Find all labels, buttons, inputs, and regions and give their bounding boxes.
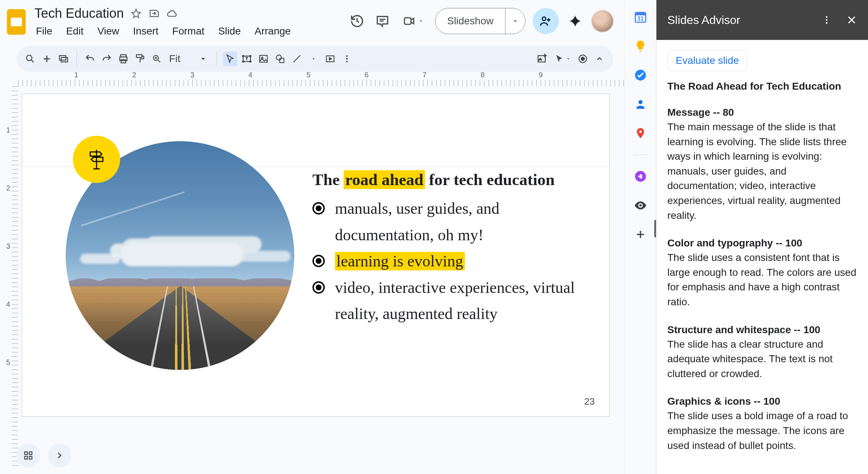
ruler-tick: 2 (6, 184, 10, 192)
ruler-vertical: 1 2 3 4 5 (0, 72, 18, 474)
svg-point-22 (346, 55, 348, 57)
separator (77, 52, 77, 66)
redo-icon[interactable] (99, 52, 114, 66)
svg-point-36 (638, 100, 642, 104)
zoom-select[interactable]: Fit (166, 53, 211, 65)
signpost-icon[interactable] (73, 136, 120, 183)
ruler-tick: 9 (539, 72, 542, 79)
svg-text:31: 31 (637, 16, 644, 22)
menu-insert[interactable]: Insert (132, 24, 160, 38)
toolbar: Fit (16, 46, 613, 72)
svg-point-27 (581, 57, 584, 60)
line-icon[interactable] (290, 52, 304, 66)
slides-advisor-icon[interactable] (633, 198, 648, 213)
evaluate-button[interactable]: Evaluate slide (667, 50, 747, 71)
titlebar: Tech Education File Edit View Insert For… (0, 0, 624, 44)
advisor-section: Graphics & icons -- 100The slide uses a … (667, 396, 857, 453)
star-icon[interactable] (130, 8, 142, 19)
canvas[interactable]: The road ahead for tech education manual… (18, 86, 624, 474)
bullet-icon (312, 202, 325, 214)
calendar-icon[interactable]: 31 (633, 9, 648, 25)
maps-icon[interactable] (633, 126, 648, 141)
pointer-icon[interactable] (552, 52, 573, 66)
svg-point-15 (242, 61, 244, 62)
zoom-icon[interactable] (150, 52, 164, 66)
menu-arrange[interactable]: Arrange (253, 24, 292, 38)
more-vert-icon[interactable] (822, 15, 832, 25)
svg-rect-20 (280, 58, 284, 63)
slides-logo[interactable] (4, 5, 29, 38)
contacts-icon[interactable] (633, 97, 648, 112)
slideshow-main[interactable]: Slideshow (435, 8, 505, 34)
new-slide-icon[interactable] (40, 52, 54, 66)
video-icon[interactable] (323, 52, 337, 66)
layout-icon[interactable] (56, 52, 71, 66)
slide-text-box[interactable]: The road ahead for tech education manual… (312, 170, 595, 327)
record-icon[interactable] (576, 52, 590, 66)
advisor-panel: Slides Advisor Evaluate slide The Road A… (656, 0, 868, 474)
doc-title[interactable]: Tech Education (34, 6, 124, 21)
slide-title[interactable]: The road ahead for tech education (312, 170, 595, 189)
menu-file[interactable]: File (34, 24, 54, 38)
svg-point-39 (639, 204, 641, 207)
advisor-text: The slide has a clear structure and adeq… (667, 337, 857, 381)
bullet-item[interactable]: manuals, user guides, and documentation,… (312, 196, 595, 248)
bullet-item[interactable]: learning is evolving (312, 248, 595, 275)
meet-icon[interactable] (399, 12, 428, 30)
move-icon[interactable] (148, 8, 160, 19)
slideshow-dropdown[interactable] (505, 8, 525, 34)
cloud-icon[interactable] (167, 8, 178, 19)
next-icon[interactable] (48, 444, 71, 467)
line-dropdown-icon[interactable] (306, 52, 321, 66)
history-icon[interactable] (348, 12, 366, 30)
share-button[interactable] (533, 8, 559, 34)
ruler-tick: 4 (6, 300, 10, 308)
textbox-icon[interactable] (239, 52, 254, 66)
advisor-text: The main message of the slide is that le… (667, 120, 857, 223)
advisor-section: Message -- 80The main message of the sli… (667, 107, 857, 223)
ruler-tick: 1 (74, 72, 78, 79)
image-icon[interactable] (256, 52, 271, 66)
keep-icon[interactable] (633, 38, 648, 54)
menu-edit[interactable]: Edit (65, 24, 85, 38)
svg-rect-29 (29, 452, 32, 455)
svg-rect-28 (25, 452, 28, 455)
grid-view-icon[interactable] (16, 444, 40, 467)
print-icon[interactable] (116, 52, 131, 66)
menu-format[interactable]: Format (171, 24, 206, 38)
comment-icon[interactable] (373, 12, 392, 30)
bullet-item[interactable]: video, interactive experiences, virtual … (312, 275, 595, 327)
menu-view[interactable]: View (96, 24, 120, 38)
side-dock: 31 (624, 0, 656, 474)
gemini-icon[interactable] (566, 12, 584, 30)
svg-point-14 (250, 56, 251, 57)
svg-point-37 (639, 130, 642, 133)
ruler-tick: 6 (364, 72, 368, 79)
ruler-tick: 3 (190, 72, 194, 79)
slide[interactable]: The road ahead for tech education manual… (22, 94, 610, 417)
avatar[interactable] (591, 10, 613, 32)
advisor-text: The slide uses a bold image of a road to… (667, 409, 857, 453)
advisor-section: Structure and whitespace -- 100The slide… (667, 324, 857, 381)
addon-icon[interactable] (633, 169, 648, 184)
title-highlight: road ahead (344, 170, 425, 189)
close-icon[interactable] (846, 15, 857, 25)
shape-icon[interactable] (273, 52, 287, 66)
collapse-icon[interactable] (592, 52, 607, 66)
svg-rect-17 (260, 56, 267, 62)
undo-icon[interactable] (83, 52, 97, 66)
search-icon[interactable] (23, 52, 37, 66)
svg-rect-10 (136, 55, 142, 58)
ruler-tick: 5 (6, 358, 10, 367)
select-tool-icon[interactable] (223, 52, 237, 66)
advisor-heading: Color and typography -- 100 (667, 237, 857, 249)
ai-image-icon[interactable] (535, 52, 549, 66)
add-addon-icon[interactable] (633, 227, 648, 242)
ruler-tick: 3 (6, 242, 10, 250)
paint-format-icon[interactable] (133, 52, 147, 66)
menu-slide[interactable]: Slide (217, 24, 242, 38)
more-icon[interactable] (340, 52, 354, 66)
tasks-icon[interactable] (633, 68, 648, 83)
advisor-header: Slides Advisor (656, 0, 868, 40)
svg-point-19 (277, 55, 282, 60)
